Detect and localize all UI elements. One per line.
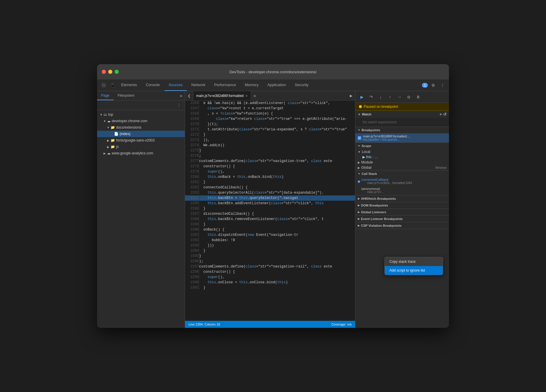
scope-global[interactable]: ▶ Global Window [355,165,449,170]
pause-exceptions-btn[interactable]: ⏸ [414,93,422,101]
line-content: } [199,148,355,153]
step-out-btn[interactable]: ↑ [386,93,394,101]
notification-badge[interactable]: 1 [422,83,428,88]
scope-content: ▼ Local ▶ this : … ▶ Module [355,149,449,170]
line-content: , s = !class="kw">function(e) { [199,111,355,116]
breakpoints-header[interactable]: ▼ Breakpoints [355,127,449,133]
line-content: } [199,285,355,290]
editor-toggle-icon[interactable]: ❮ [185,91,193,100]
tree-item-fonts[interactable]: ▶ 📁 fonts/google-sans-v2003 [97,137,185,144]
minimize-button[interactable] [108,70,112,74]
scope-local[interactable]: ▼ Local [355,149,449,154]
line-number: 2278 [185,164,199,169]
line-number: 2295 [185,253,199,259]
sidebar-more-icon[interactable]: ⋮ [175,102,182,109]
line-content: this.querySelectorAll(class="str">"[data… [199,190,355,195]
run-icon[interactable]: ▶ [347,92,355,100]
line-number: 2285 [185,201,199,206]
tree-label-top: top [108,113,113,117]
dom-section: ▶ DOM Breakpoints [355,202,449,209]
resume-btn[interactable]: ▶ [358,93,366,101]
close-tab-icon[interactable]: × [245,93,248,98]
scope-local-label: Local [362,150,370,154]
step-into-btn[interactable]: ↓ [377,93,385,101]
tree-label-analytics: www.google-analytics.com [112,151,153,155]
scope-this-value: : … [372,155,378,159]
line-number: 2293 [185,243,199,248]
status-bar: Line 2284, Column 16 Coverage: n/a [185,321,355,328]
right-panel-scroll[interactable]: Paused on breakpoint ▼ Watch + ↺ No watc… [355,103,449,328]
step-over-btn[interactable]: ↷ [367,93,375,101]
folder-icon: 🗂 [104,113,107,117]
breakpoint-item[interactable]: ✓ main.js?v=e382d86f:formatted:... this.… [355,133,449,142]
copy-stack-trace-item[interactable]: Copy stack trace [385,257,443,266]
line-content: }(t); [199,122,355,127]
line-number: 2294 [185,248,199,253]
callstack-item-1[interactable]: connectedCallback main.js?v=e382d…format… [355,177,449,186]
sidebar-tabs: Page Filesystem » [97,91,185,100]
callstack-header[interactable]: ▼ Call Stack [355,171,449,177]
cloud-icon: ☁ [107,151,111,155]
tab-console[interactable]: Console [142,79,164,91]
more-options-icon[interactable]: ⋮ [438,81,447,89]
line-number: 2277 [185,158,199,164]
sidebar-tabs-more[interactable]: » [177,91,185,100]
global-arrow: ▶ [358,166,360,169]
sidebar-tab-page[interactable]: Page [97,91,113,100]
settings-icon[interactable]: ⚙ [429,81,437,89]
editor-tab-main[interactable]: main.js?v=e382d86f:formatted × [193,91,251,100]
csp-header[interactable]: ▶ CSP Violation Breakpoints [355,222,449,229]
add-to-ignore-list-item[interactable]: Add script to ignore list [385,266,443,275]
traffic-lights [102,70,119,74]
devtools-window: DevTools - developer.chrome.com/docs/ext… [97,64,449,328]
tab-performance[interactable]: Performance [210,79,240,91]
editor-tab-label: main.js?v=e382d86f:formatted [196,94,244,98]
line-number: 2260 [185,100,199,106]
step-btn[interactable]: → [395,93,403,101]
bp-checkbox[interactable]: ✓ [358,136,361,140]
scope-global-label: Global [361,166,372,170]
tab-network[interactable]: Network [187,79,210,91]
callstack-item-2[interactable]: (anonymous) main.js?v=… [355,186,449,195]
deactivate-breakpoints-btn[interactable]: ⊘ [405,93,413,101]
xhr-header[interactable]: ▶ XHR/fetch Breakpoints [355,195,449,202]
tree-item-top[interactable]: ▼ 🗂 top [97,111,185,118]
global-listeners-header[interactable]: ▶ Global Listeners [355,209,449,215]
tree-item-analytics[interactable]: ▶ ☁ www.google-analytics.com [97,150,185,156]
watch-header[interactable]: ▼ Watch + ↺ [355,111,449,118]
editor-area: ❮ main.js?v=e382d86f:formatted × » ▶ 226… [185,91,355,328]
tree-item-index[interactable]: 📄 (index) [97,131,185,137]
line-content: super(), [199,169,355,174]
close-button[interactable] [102,70,106,74]
event-listener-header[interactable]: ▶ Event Listener Breakpoints [355,216,449,222]
scope-module[interactable]: ▶ Module [355,160,449,165]
callstack-item-2-block: (anonymous) main.js?v=… [358,187,384,194]
line-content: We.add(e)) [199,143,355,148]
tab-elements[interactable]: Elements [117,79,141,91]
tree-item-docs[interactable]: ▼ 📁 docs/extensions [97,124,185,131]
tree-item-chrome[interactable]: ▼ ☁ developer.chrome.com [97,118,185,124]
scope-header[interactable]: ▼ Scope [355,143,449,149]
code-editor[interactable]: 2260 e && !we.has(e) && (e.addEventListe… [185,100,355,321]
bp-text-block: main.js?v=e382d86f:formatted:... this.ba… [363,134,410,141]
watch-section: ▼ Watch + ↺ No watch expressions [355,111,449,127]
line-number: 2288 [185,217,199,222]
tab-security[interactable]: Security [291,79,313,91]
device-icon[interactable]: 📱 [108,81,116,89]
scope-this[interactable]: ▶ this : … [355,154,449,160]
dom-arrow: ▶ [358,204,360,207]
editor-tabs-more[interactable]: » [251,91,258,100]
refresh-watch-icon[interactable]: ↺ [443,112,447,117]
tab-memory[interactable]: Memory [241,79,263,91]
line-content: ); [199,259,355,264]
dom-header[interactable]: ▶ DOM Breakpoints [355,202,449,209]
sidebar-tab-filesystem[interactable]: Filesystem [113,91,138,100]
add-watch-icon[interactable]: + [440,112,442,117]
line-content: this.backBtn.addEventListener(class="str… [199,201,355,206]
tab-sources[interactable]: Sources [165,79,187,91]
line-content: this.dispatchEvent(new Event("navigation… [199,232,355,238]
maximize-button[interactable] [115,70,119,74]
tree-item-js[interactable]: ▶ 📁 js [97,144,185,150]
cursor-icon[interactable]: ⬛ [99,81,108,89]
tab-application[interactable]: Application [263,79,290,91]
